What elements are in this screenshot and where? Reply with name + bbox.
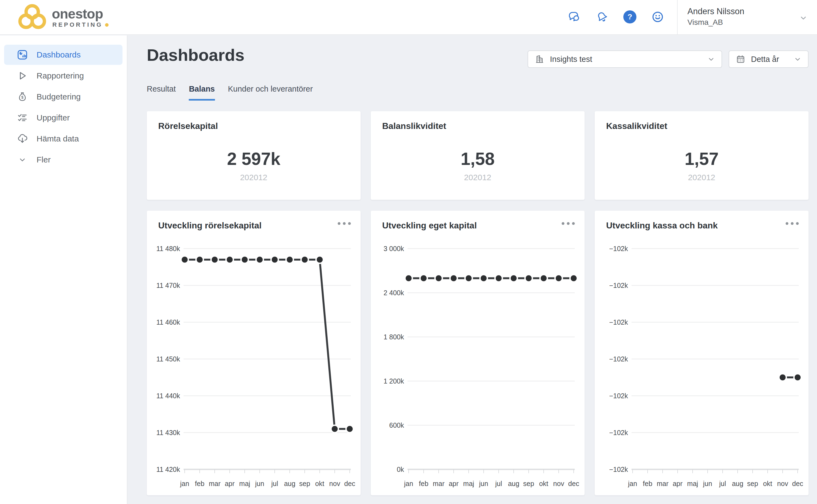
sidebar-item-label: Hämta data (37, 134, 79, 143)
svg-text:−102k: −102k (609, 245, 628, 252)
svg-text:apr: apr (673, 480, 683, 487)
svg-text:aug: aug (732, 480, 743, 487)
svg-text:0k: 0k (397, 466, 404, 473)
svg-text:11 480k: 11 480k (156, 245, 180, 252)
ellipsis-menu-icon[interactable] (336, 221, 352, 227)
sidebar-item-label: Uppgifter (37, 113, 70, 122)
app-screen: onestop REPORTING (0, 0, 817, 504)
money-bag-icon: $ (16, 90, 29, 103)
svg-text:mar: mar (209, 480, 221, 487)
svg-text:−102k: −102k (609, 392, 628, 400)
line-chart-svg: 11 480k11 470k11 460k11 450k11 440k11 43… (147, 243, 361, 495)
svg-text:maj: maj (463, 480, 474, 487)
cloud-download-icon (16, 132, 29, 145)
line-chart: −102k−102k−102k−102k−102k−102k−102kjanfe… (595, 243, 809, 495)
tab-balans[interactable]: Balans (189, 84, 215, 101)
chevron-down-icon (794, 55, 801, 63)
svg-text:11 440k: 11 440k (156, 392, 180, 400)
chart-card-utveckling-kassa-och-bank: Utveckling kassa och bank −102k−102k−102… (595, 211, 809, 495)
sidebar-item-dashboards[interactable]: Dashboards (4, 45, 122, 65)
chart-title: Utveckling kassa och bank (606, 221, 718, 231)
topbar-divider (677, 0, 678, 34)
ellipsis-menu-icon[interactable] (784, 221, 800, 227)
svg-text:600k: 600k (389, 421, 404, 429)
svg-text:jan: jan (628, 480, 637, 487)
kpi-card-kassalikviditet: Kassalikviditet 1,57 202012 (595, 111, 809, 200)
svg-text:sep: sep (523, 480, 534, 487)
notifications-bell-icon[interactable] (595, 10, 608, 23)
dashboard-selector[interactable]: Insights test (527, 50, 722, 68)
onestop-reporting-logo[interactable]: onestop REPORTING (17, 3, 108, 32)
trefoil-logo-icon (17, 3, 47, 32)
chat-icon[interactable] (568, 10, 581, 23)
user-company: Visma_AB (688, 18, 744, 27)
charts-row: Utveckling rörelsekapital 11 480k11 470k… (147, 211, 809, 495)
kpi-period: 202012 (147, 173, 361, 182)
calendar-icon (736, 54, 746, 64)
svg-text:−102k: −102k (609, 355, 628, 363)
sidebar-item-label: Fler (37, 155, 51, 164)
help-icon[interactable]: ? (623, 10, 637, 23)
sidebar-item-rapportering[interactable]: Rapportering (4, 66, 122, 86)
chevron-down-icon (16, 153, 29, 166)
chevron-down-icon (707, 55, 715, 63)
chevron-down-icon[interactable] (800, 14, 807, 22)
user-name: Anders Nilsson (688, 6, 744, 17)
tab-kunder-och-leverantorer[interactable]: Kunder och leverantörer (228, 84, 313, 101)
svg-text:maj: maj (239, 480, 250, 487)
tab-resultat[interactable]: Resultat (147, 84, 176, 101)
kpi-title: Balanslikviditet (382, 121, 446, 131)
help-glyph: ? (628, 13, 632, 21)
svg-text:mar: mar (657, 480, 668, 487)
logo-yellow-dot-icon (105, 23, 108, 27)
sidebar-item-budgetering[interactable]: $ Budgetering (4, 87, 122, 107)
svg-text:okt: okt (539, 480, 548, 487)
svg-text:11 470k: 11 470k (156, 282, 180, 289)
logo-text: onestop REPORTING (52, 7, 108, 28)
kpi-period: 202012 (595, 173, 809, 182)
svg-text:jun: jun (703, 480, 712, 487)
svg-text:−102k: −102k (609, 318, 628, 326)
svg-text:jul: jul (271, 480, 278, 487)
sidebar-item-uppgifter[interactable]: Uppgifter (4, 108, 122, 128)
play-icon (16, 70, 29, 82)
svg-text:1 200k: 1 200k (384, 377, 404, 385)
svg-text:nov: nov (553, 480, 564, 487)
topbar-actions: ? (568, 10, 664, 23)
svg-text:nov: nov (329, 480, 340, 487)
sidebar-item-label: Dashboards (37, 50, 81, 59)
svg-text:−102k: −102k (609, 282, 628, 289)
svg-text:aug: aug (284, 480, 296, 487)
svg-text:sep: sep (299, 480, 310, 487)
user-menu[interactable]: Anders Nilsson Visma_AB (688, 6, 744, 27)
dashboard-selector-value: Insights test (550, 55, 707, 64)
chart-title: Utveckling eget kapital (382, 221, 477, 231)
kpi-card-balanslikviditet: Balanslikviditet 1,58 202012 (371, 111, 584, 200)
svg-text:11 420k: 11 420k (156, 466, 180, 473)
dashboard-icon (16, 49, 29, 61)
ellipsis-menu-icon[interactable] (560, 221, 576, 227)
svg-text:aug: aug (508, 480, 519, 487)
svg-text:sep: sep (747, 480, 758, 487)
sidebar-item-fler[interactable]: Fler (4, 150, 122, 170)
period-selector[interactable]: Detta år (729, 50, 809, 68)
svg-text:jun: jun (479, 480, 488, 487)
svg-text:jul: jul (719, 480, 726, 487)
kpi-value: 1,57 (595, 149, 809, 169)
svg-text:dec: dec (792, 480, 803, 487)
svg-text:jun: jun (255, 480, 264, 487)
feedback-smiley-icon[interactable] (651, 10, 664, 23)
svg-text:okt: okt (763, 480, 772, 487)
sidebar-item-hamta-data[interactable]: Hämta data (4, 129, 122, 149)
main-content: Dashboards (127, 35, 817, 504)
kpi-period: 202012 (371, 173, 584, 182)
tab-bar: Resultat Balans Kunder och leverantörer (147, 84, 313, 101)
svg-text:1 800k: 1 800k (384, 333, 404, 341)
svg-text:jan: jan (404, 480, 413, 487)
svg-text:nov: nov (777, 480, 788, 487)
svg-text:−102k: −102k (609, 429, 628, 436)
kpi-title: Rörelsekapital (158, 121, 218, 131)
kpi-value: 1,58 (371, 149, 584, 169)
svg-text:$: $ (21, 95, 23, 99)
line-chart: 3 000k2 400k1 800k1 200k600k0kjanfebmara… (371, 243, 584, 495)
